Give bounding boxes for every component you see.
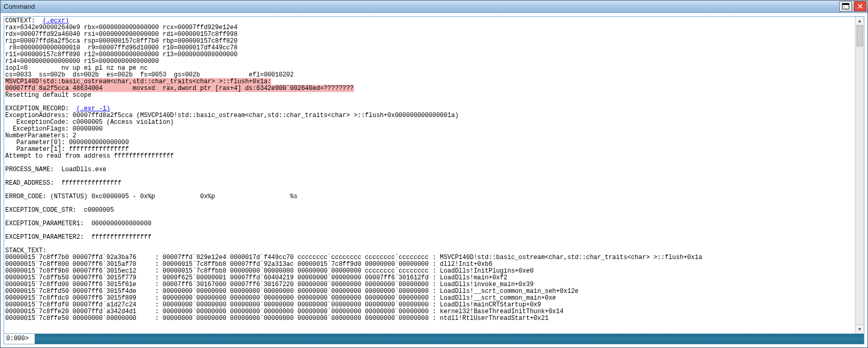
exc-line: Parameter[1]: ffffffffffffffff bbox=[5, 146, 129, 153]
reg-line: cs=0033 ss=002b ds=002b es=002b fs=0053 … bbox=[5, 71, 294, 79]
stack-row: 00000015`7c8ffdf0 00007ffd`a1d27c24 : 00… bbox=[5, 301, 541, 308]
reset-scope: Resetting default scope bbox=[5, 92, 92, 99]
content-wrap: CONTEXT: (.ecxr) rax=6342e900002640e9 rb… bbox=[4, 16, 864, 344]
faulting-instruction: 00007ffd`8a2f5cca 48634004 movsxd rax,dw… bbox=[5, 85, 354, 92]
scroll-track[interactable] bbox=[856, 25, 864, 325]
scroll-up-arrow[interactable]: ▲ bbox=[856, 17, 864, 25]
scroll-thumb[interactable] bbox=[857, 25, 863, 46]
scroll-down-arrow[interactable]: ▼ bbox=[856, 325, 864, 333]
close-icon bbox=[858, 4, 863, 9]
reg-line: r8=0000000000000010 r9=00007ffd96d10000 … bbox=[5, 44, 237, 51]
exception-header: EXCEPTION_RECORD: bbox=[5, 105, 76, 112]
prompt-label: 0:000> bbox=[4, 334, 35, 344]
exc-line: ExceptionCode: c0000005 (Access violatio… bbox=[5, 119, 174, 126]
prompt-row: 0:000> bbox=[4, 333, 864, 344]
titlebar[interactable]: Command >_ bbox=[1, 1, 867, 13]
command-window: Command >_ CONTEXT: (.ecxr) rax=6342e900… bbox=[0, 0, 868, 348]
window-title: Command bbox=[4, 3, 35, 10]
reg-line: rdx=00007ffd92a46040 rsi=000000000000000… bbox=[5, 31, 237, 38]
reg-line: rax=6342e900002640e9 rbx=000000000000000… bbox=[5, 24, 237, 31]
console-button[interactable]: >_ bbox=[839, 1, 852, 11]
faulting-symbol: MSVCP140D!std::basic_ostream<char,std::c… bbox=[5, 78, 271, 85]
process-name: PROCESS_NAME: LoadDlls.exe bbox=[5, 166, 106, 173]
console-icon: >_ bbox=[842, 3, 849, 9]
read-address: READ_ADDRESS: ffffffffffffffff bbox=[5, 179, 125, 187]
output-area: CONTEXT: (.ecxr) rax=6342e900002640e9 rb… bbox=[4, 17, 864, 333]
exc-line: ExceptionFlags: 00000000 bbox=[5, 125, 103, 133]
exc-line: NumberParameters: 2 bbox=[5, 132, 76, 139]
exception-parameter1: EXCEPTION_PARAMETER1: 0000000000000000 bbox=[5, 220, 151, 227]
stack-row: 00000015`7c8ffd50 00007ff6`3015f4de : 00… bbox=[5, 288, 579, 295]
context-header: CONTEXT: bbox=[5, 17, 43, 24]
ecxr-link[interactable]: (.ecxr) bbox=[43, 17, 69, 24]
stack-row: 00000015`7c8ffb50 00007ff6`3015f779 : 00… bbox=[5, 274, 507, 281]
exception-parameter2: EXCEPTION_PARAMETER2: ffffffffffffffff bbox=[5, 234, 151, 241]
error-code: ERROR_CODE: (NTSTATUS) 0xc0000005 - 0x%p… bbox=[5, 193, 298, 200]
reg-line: rip=00007ffd8a2f5cca rsp=000000157c8ff7b… bbox=[5, 37, 237, 45]
command-output[interactable]: CONTEXT: (.ecxr) rax=6342e900002640e9 rb… bbox=[4, 17, 855, 333]
window-buttons: >_ bbox=[838, 1, 867, 12]
stack-row: 00000015`7c8ff7b0 00007ffd`92a3ba76 : 00… bbox=[5, 254, 702, 261]
exc-line: ExceptionAddress: 00007ffd8a2f5cca (MSVC… bbox=[5, 112, 458, 119]
vertical-scrollbar[interactable]: ▲ ▼ bbox=[855, 17, 864, 333]
stack-row: 00000015`7c8ffe20 00007ffd`a342d4d1 : 00… bbox=[5, 308, 564, 315]
command-input[interactable] bbox=[35, 334, 864, 344]
reg-line: r14=0000000000000000 r15=000000000000000… bbox=[5, 58, 159, 65]
exc-line: Attempt to read from address fffffffffff… bbox=[5, 152, 174, 160]
stack-row: 00000015`7c8ffe50 00000000`00000000 : 00… bbox=[5, 315, 548, 322]
stack-row: 00000015`7c8ffdc0 00007ff6`3015f809 : 00… bbox=[5, 294, 556, 302]
svg-text:>_: >_ bbox=[843, 5, 847, 9]
exr-link[interactable]: (.exr -1) bbox=[76, 105, 110, 112]
close-button[interactable] bbox=[854, 1, 866, 11]
stack-row: 00000015`7c8ff9b0 00007ff6`3015ec12 : 00… bbox=[5, 267, 533, 275]
exc-line: Parameter[0]: 0000000000000000 bbox=[5, 139, 129, 146]
reg-line: r11=000000157c8ff890 r12=000000000000000… bbox=[5, 51, 237, 58]
reg-line: iopl=0 nv up ei pl nz na pe nc bbox=[5, 65, 148, 72]
stack-row: 00000015`7c8ff800 00007ff6`3015af70 : 00… bbox=[5, 261, 492, 268]
stack-row: 00000015`7c8ffd00 00007ff6`3015f61e : 00… bbox=[5, 281, 533, 288]
exception-code-str: EXCEPTION_CODE_STR: c0000005 bbox=[5, 207, 114, 214]
stack-header: STACK_TEXT: bbox=[5, 247, 54, 254]
